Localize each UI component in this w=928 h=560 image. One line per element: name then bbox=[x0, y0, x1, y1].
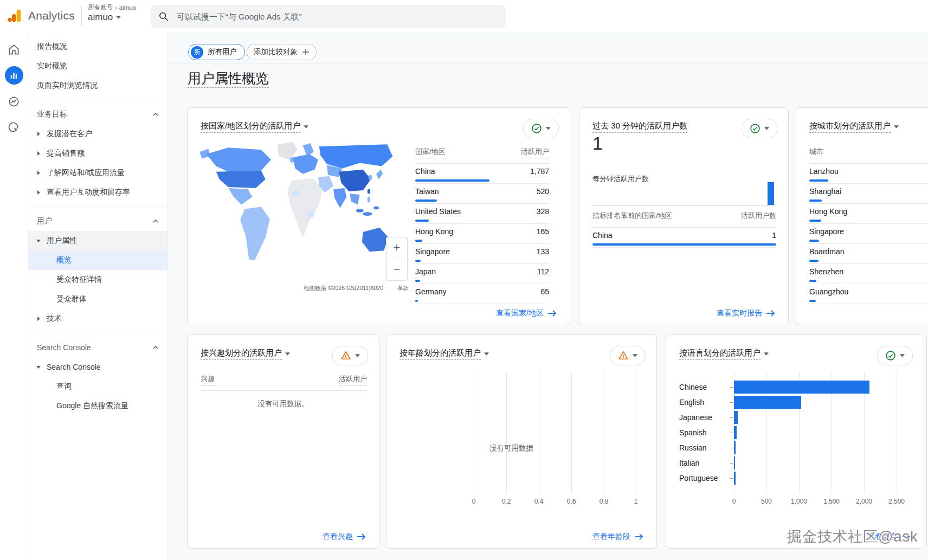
world-map[interactable] bbox=[195, 138, 407, 283]
sidebar-section-search-console[interactable]: Search Console bbox=[28, 338, 167, 357]
dimension-header: 指标排名靠前的国家/地区 bbox=[592, 211, 672, 222]
chevron-down-icon bbox=[36, 238, 41, 243]
breadcrumb-account-name: aimuo bbox=[119, 4, 136, 11]
map-attribution: 地图数据 ©2026 GS(2011)6020 条款 bbox=[201, 285, 409, 292]
chip-label: 所有用户 bbox=[208, 47, 237, 57]
value-bar bbox=[809, 280, 816, 282]
card-title-dropdown[interactable]: 按语言划分的活跃用户 bbox=[679, 348, 769, 360]
bar bbox=[734, 441, 736, 454]
chevron-right-icon: › bbox=[115, 4, 117, 11]
table-row: Singapore133 bbox=[415, 244, 549, 264]
sidebar-item-label: 页面实时浏览情况 bbox=[37, 81, 98, 91]
dimension-header: 国家/地区 bbox=[415, 147, 446, 158]
card-title-text: 按年龄划分的活跃用户 bbox=[399, 348, 481, 360]
bar-row: Russian bbox=[666, 440, 924, 455]
view-interests-link[interactable]: 查看兴趣 bbox=[323, 532, 366, 542]
warning-icon bbox=[618, 350, 629, 361]
warning-icon bbox=[340, 350, 351, 361]
chevron-up-icon bbox=[152, 219, 159, 223]
sidebar-divider bbox=[28, 333, 167, 333]
sidebar-item-demographic-details[interactable]: 受众特征详情 bbox=[28, 270, 167, 289]
per-minute-label: 每分钟活跃用户数 bbox=[592, 174, 649, 184]
caret-down-icon bbox=[633, 354, 637, 357]
nav-rail bbox=[0, 33, 28, 560]
value-bar bbox=[809, 240, 819, 242]
table-row: China 1 bbox=[592, 228, 776, 248]
map-zoom-in-button[interactable]: + bbox=[386, 237, 407, 259]
sidebar-item-user-attributes[interactable]: 用户属性 bbox=[28, 231, 167, 250]
data-quality-warning-dropdown[interactable] bbox=[610, 346, 646, 365]
view-age-link[interactable]: 查看年龄段 bbox=[592, 532, 643, 542]
arrow-right-icon bbox=[548, 310, 557, 317]
data-quality-dropdown[interactable] bbox=[523, 119, 559, 138]
search-icon bbox=[158, 11, 169, 22]
sidebar-item-realtime-pages[interactable]: 页面实时浏览情况 bbox=[28, 76, 167, 95]
caret-down-icon bbox=[285, 352, 290, 356]
x-tick: 1 bbox=[634, 498, 638, 505]
sidebar-section-objectives[interactable]: 业务目标 bbox=[28, 105, 167, 124]
table-header: 指标排名靠前的国家/地区 活跃用户数 bbox=[592, 211, 776, 228]
sidebar-item-audiences[interactable]: 受众群体 bbox=[28, 289, 167, 309]
card-title-dropdown[interactable]: 按兴趣划分的活跃用户 bbox=[201, 348, 290, 360]
sidebar-item-realtime-overview[interactable]: 实时概览 bbox=[28, 56, 167, 76]
sidebar-item-tech[interactable]: 技术 bbox=[28, 309, 167, 329]
report-content: 所 所有用户 添加比较对象 用户属性概览 按国家/地区划分的活跃用户 bbox=[168, 33, 928, 560]
watermark: 掘金技术社区@ask bbox=[787, 527, 918, 546]
sidebar-item-queries[interactable]: 查询 bbox=[28, 377, 167, 396]
card-title-dropdown[interactable]: 按年龄划分的活跃用户 bbox=[399, 348, 489, 360]
sidebar-divider bbox=[28, 207, 167, 207]
chevron-up-icon bbox=[152, 345, 159, 350]
value-bar bbox=[809, 220, 821, 222]
sidebar-item-label: 技术 bbox=[47, 314, 62, 324]
sidebar-item-search-console[interactable]: Search Console bbox=[28, 357, 167, 377]
sidebar-item-organic-search[interactable]: Google 自然搜索流量 bbox=[28, 396, 167, 416]
home-icon[interactable] bbox=[5, 40, 23, 59]
table-row: Singapore bbox=[809, 224, 928, 244]
sidebar-item-engagement[interactable]: 查看用户互动度和留存率 bbox=[28, 183, 167, 202]
dimension-header: 城市 bbox=[809, 147, 823, 158]
view-realtime-link[interactable]: 查看实时报告 bbox=[717, 308, 775, 318]
sidebar-item-reports-snapshot[interactable]: 报告概况 bbox=[28, 37, 167, 56]
global-search[interactable] bbox=[151, 5, 506, 28]
map-terms-link[interactable]: 条款 bbox=[397, 285, 409, 292]
advertising-icon[interactable] bbox=[5, 118, 23, 137]
sidebar-item-generate-leads[interactable]: 发掘潜在客户 bbox=[28, 124, 167, 144]
arrow-right-icon bbox=[357, 533, 366, 540]
data-quality-dropdown[interactable] bbox=[877, 346, 913, 365]
map-zoom-out-button[interactable]: − bbox=[386, 259, 407, 280]
search-input[interactable] bbox=[176, 11, 498, 22]
x-tick: 500 bbox=[761, 498, 772, 505]
view-countries-link[interactable]: 查看国家/地区 bbox=[496, 308, 557, 318]
sidebar-item-label: Google 自然搜索流量 bbox=[56, 401, 128, 411]
table-header: 城市 bbox=[809, 147, 928, 164]
x-tick: 1,500 bbox=[823, 498, 840, 505]
metric-header: 活跃用户 bbox=[339, 374, 367, 385]
analytics-logo-icon[interactable] bbox=[7, 8, 23, 24]
reports-icon[interactable] bbox=[5, 66, 23, 85]
bar-row: Chinese bbox=[666, 379, 924, 395]
plus-icon bbox=[302, 48, 310, 56]
card-title-dropdown[interactable]: 按城市划分的活跃用户 bbox=[809, 121, 899, 133]
chevron-right-icon bbox=[36, 170, 41, 176]
explore-icon[interactable] bbox=[5, 92, 23, 111]
add-comparison-chip[interactable]: 添加比较对象 bbox=[247, 44, 317, 60]
data-quality-dropdown[interactable] bbox=[742, 119, 777, 138]
chevron-right-icon bbox=[36, 190, 41, 195]
sidebar-item-overview[interactable]: 概览 bbox=[28, 250, 167, 270]
x-tick: 0 bbox=[732, 498, 736, 505]
all-users-chip[interactable]: 所 所有用户 bbox=[188, 44, 245, 60]
arrow-right-icon bbox=[635, 533, 643, 540]
map-regions bbox=[199, 142, 396, 264]
realtime-user-count: 1 bbox=[592, 133, 603, 154]
data-quality-warning-dropdown[interactable] bbox=[332, 346, 368, 365]
card-title: 过去 30 分钟的活跃用户数 bbox=[592, 121, 687, 133]
check-circle-icon bbox=[531, 123, 542, 134]
sidebar-section-user[interactable]: 用户 bbox=[28, 211, 167, 231]
property-selector[interactable]: aimuo bbox=[88, 12, 136, 23]
sidebar-item-drive-sales[interactable]: 提高销售额 bbox=[28, 144, 167, 163]
city-table: 城市 Lanzhou Shanghai Hong Kong Singapore … bbox=[809, 147, 928, 304]
card-title-dropdown[interactable]: 按国家/地区划分的活跃用户 bbox=[201, 121, 308, 133]
sidebar-divider bbox=[28, 100, 167, 100]
sidebar-item-traffic[interactable]: 了解网站和/或应用流量 bbox=[28, 163, 167, 183]
card-title-text: 按城市划分的活跃用户 bbox=[809, 121, 891, 133]
